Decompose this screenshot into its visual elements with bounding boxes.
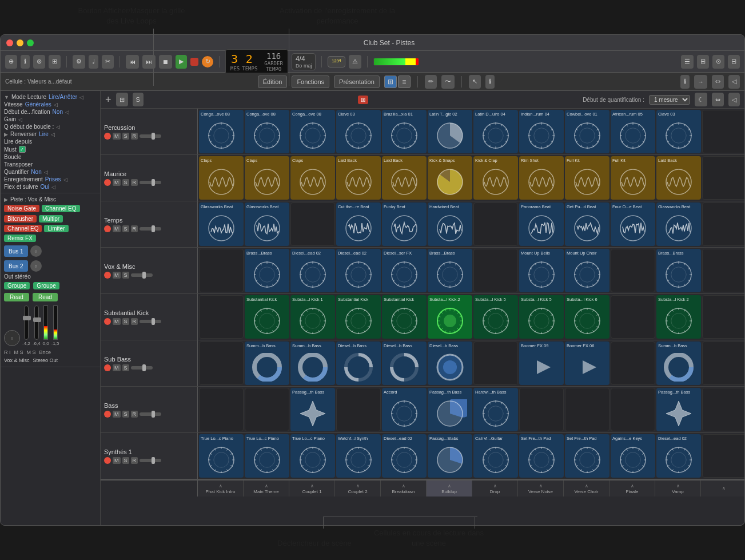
cell-6-11[interactable] <box>702 388 744 431</box>
cell-2-4[interactable]: Funky Beat <box>382 202 427 246</box>
scene-btn-8[interactable]: ∧Verse Choir <box>564 480 609 497</box>
scene-btn-0[interactable]: ∧Phat Kick Intro <box>198 480 244 497</box>
power-btn-3[interactable] <box>104 272 111 279</box>
cell-2-7[interactable]: Panorama Beat <box>519 202 564 246</box>
cell-6-0[interactable] <box>199 388 244 431</box>
power-btn-1[interactable] <box>104 179 111 186</box>
cell-0-4[interactable]: Brazilia...xia 01 <box>382 110 427 153</box>
right-menu[interactable]: ◁ <box>728 75 740 89</box>
cell-0-1[interactable]: Conga...ove 08 <box>245 110 289 153</box>
cell-5-6[interactable] <box>473 341 518 385</box>
cell-5-9[interactable] <box>611 341 655 385</box>
cell-2-5[interactable]: Hardwired Beat <box>428 202 472 246</box>
cell-4-1[interactable]: Substantial Kick <box>245 295 289 339</box>
metronome-btn[interactable]: ♩ <box>89 55 98 69</box>
toolbar-icon-2[interactable]: ℹ <box>21 55 30 69</box>
s-btn-2[interactable]: S <box>122 225 129 232</box>
cell-0-8[interactable]: Cowbel...ove 01 <box>565 110 609 153</box>
pointer-btn[interactable]: ↖ <box>469 75 481 89</box>
bitcrusher-btn[interactable]: Bitcrusher <box>4 215 37 223</box>
cell-6-6[interactable]: Hardwi...th Bass <box>473 388 518 431</box>
right-info[interactable]: ℹ <box>680 75 690 89</box>
bus1-btn[interactable]: Bus 1 <box>4 245 28 257</box>
cell-6-4[interactable]: Accord <box>382 388 427 431</box>
qbar-moon-btn[interactable]: ☾ <box>695 93 707 106</box>
knob1[interactable]: ○ <box>4 330 20 346</box>
cell-4-0[interactable] <box>199 295 244 339</box>
vitesse-arrow[interactable]: ◁ <box>54 102 58 108</box>
cell-7-4[interactable]: Diesel...ead 02 <box>382 434 427 478</box>
channel-eq2-btn[interactable]: Channel EQ <box>4 225 42 232</box>
fader1-handle[interactable] <box>23 316 31 320</box>
cell-0-6[interactable]: Latin D...uiro 04 <box>473 110 518 153</box>
fonctions-btn[interactable]: Fonctions <box>292 76 329 88</box>
cell-5-0[interactable] <box>199 341 244 385</box>
cycle-btn[interactable]: ↻ <box>202 56 213 67</box>
cell-1-11[interactable] <box>702 156 744 200</box>
cell-3-5[interactable]: Brass...Brass <box>428 249 472 292</box>
cell-3-10[interactable]: Brass...Brass <box>656 249 701 292</box>
cell-2-11[interactable] <box>702 202 744 246</box>
fader-handle-2[interactable] <box>152 225 155 232</box>
wave-btn[interactable]: 〜 <box>441 75 455 89</box>
scissors-btn[interactable]: ✂ <box>102 55 114 69</box>
cell-6-8[interactable] <box>565 388 609 431</box>
cell-3-6[interactable] <box>473 249 518 292</box>
fader-2[interactable] <box>140 227 161 231</box>
scene-btn-9[interactable]: ∧Finale <box>609 480 655 497</box>
right-expand[interactable]: ⇔ <box>712 75 724 89</box>
cell-0-0[interactable]: Conga...ove 08 <box>199 110 244 153</box>
fader2-handle[interactable] <box>33 317 41 322</box>
edition-btn[interactable]: Édition <box>258 76 288 88</box>
quantize-select[interactable]: 1 mesure <box>649 95 690 105</box>
cell-1-7[interactable]: Rim Shot <box>519 156 564 200</box>
cell-0-10[interactable]: Clave 03 <box>656 110 701 153</box>
m-btn-6[interactable]: M <box>113 411 121 418</box>
limiter-btn[interactable]: Limiter <box>44 225 68 232</box>
qbar-expand-btn[interactable]: ⇔ <box>712 93 724 106</box>
quantifier-arrow[interactable]: ◁ <box>44 169 48 175</box>
fader-handle-3[interactable] <box>142 272 146 279</box>
cell-1-0[interactable]: Claps <box>199 156 244 200</box>
m-btn-2[interactable]: M <box>113 225 121 232</box>
scene-btn-2[interactable]: ∧Couplet 1 <box>289 480 335 497</box>
cell-1-6[interactable]: Kick & Clap <box>473 156 518 200</box>
list-view-btn[interactable]: ☰ <box>681 55 694 69</box>
presentation-btn[interactable]: Présentation <box>334 76 380 88</box>
fader-handle-1[interactable] <box>152 179 155 186</box>
right-arrow[interactable]: → <box>694 75 707 89</box>
cell-0-3[interactable]: Clave 03 <box>336 110 381 153</box>
gain-arrow[interactable]: ◁ <box>18 117 22 122</box>
cell-1-2[interactable]: Claps <box>290 156 335 200</box>
power-btn-0[interactable] <box>104 133 111 140</box>
warning-btn[interactable]: ⚠ <box>349 55 361 69</box>
s-btn[interactable]: S <box>133 93 144 106</box>
scene-btn-1[interactable]: ∧Main Theme <box>244 480 289 497</box>
rewind-btn[interactable]: ⏮ <box>126 55 139 69</box>
bus2-btn[interactable]: Bus 2 <box>4 260 28 272</box>
cell-2-3[interactable]: Cut the...re Beat <box>336 202 381 246</box>
cell-1-1[interactable]: Claps <box>245 156 289 200</box>
cell-7-9[interactable]: Agains...e Keys <box>611 434 655 478</box>
groupe-btn[interactable]: Groupe <box>4 282 30 289</box>
scene-btn-11[interactable]: ∧ <box>701 480 744 497</box>
fader-7[interactable] <box>140 459 161 462</box>
info-btn[interactable]: ℹ <box>485 75 495 89</box>
cell-3-0[interactable] <box>199 249 244 292</box>
cell-2-0[interactable]: Glassworks Beat <box>199 202 244 246</box>
cell-4-9[interactable] <box>611 295 655 339</box>
scene-btn-10[interactable]: ∧Vamp <box>655 480 701 497</box>
grid-view-btn[interactable]: ⊞ <box>697 55 709 69</box>
cell-5-4[interactable]: Diesel...b Bass <box>382 341 427 385</box>
s-btn-1[interactable]: S <box>122 179 129 186</box>
cell-3-3[interactable]: Diesel...ead 02 <box>336 249 381 292</box>
cell-3-8[interactable]: Mount Up Choir <box>565 249 609 292</box>
groupe-btn2[interactable]: Groupe <box>33 282 59 289</box>
cell-5-10[interactable]: Summ...b Bass <box>656 341 701 385</box>
grid-indicator[interactable]: ⊞ <box>358 96 368 104</box>
copy-btn[interactable]: ⊞ <box>116 93 128 106</box>
cell-3-4[interactable]: Diesel...ser FX <box>382 249 427 292</box>
read1-btn[interactable]: Read <box>4 293 29 301</box>
cell-6-1[interactable] <box>245 388 289 431</box>
cell-4-3[interactable]: Substantial Kick <box>336 295 381 339</box>
